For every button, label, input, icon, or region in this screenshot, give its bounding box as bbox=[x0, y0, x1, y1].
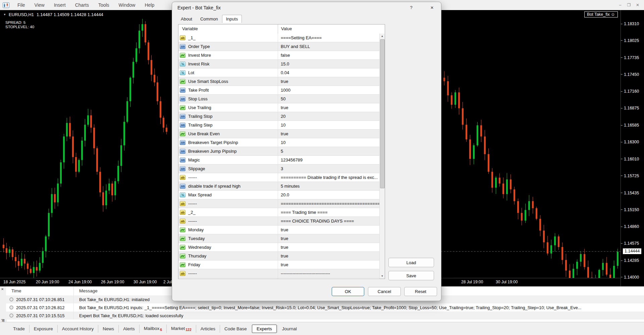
table-row-[interactable]: ab ------ ------------------------------… bbox=[178, 269, 380, 278]
variable-value[interactable]: 15.0 bbox=[278, 61, 380, 66]
table-row-trailing-stop[interactable]: 123 Trailing Stop 20 bbox=[178, 112, 380, 121]
variable-value[interactable]: 3 bbox=[278, 166, 380, 171]
terminal-close-icon[interactable]: ✕ bbox=[1, 287, 4, 291]
table-row-thursday[interactable]: Thursday true bbox=[178, 252, 380, 260]
close-icon[interactable]: ✕ bbox=[428, 4, 436, 11]
reset-button[interactable]: Reset bbox=[404, 287, 437, 296]
load-button[interactable]: Load bbox=[388, 258, 434, 267]
variable-value[interactable]: 10 bbox=[278, 140, 380, 145]
variable-value[interactable]: 123456789 bbox=[278, 157, 380, 162]
table-scrollbar[interactable]: ▲ ▼ bbox=[379, 34, 385, 279]
variable-value[interactable]: true bbox=[278, 245, 380, 250]
variable-value[interactable]: true bbox=[278, 227, 380, 232]
variable-value[interactable]: false bbox=[278, 53, 380, 58]
chevron-down-icon[interactable]: ▼ bbox=[3, 13, 6, 16]
variable-value[interactable]: ====Setting EA==== bbox=[278, 35, 380, 40]
variable-value[interactable]: ========== Disable trading if the spread… bbox=[278, 175, 380, 180]
table-row-invest-more[interactable]: Invest More false bbox=[178, 51, 380, 60]
variable-name: Trailing Stop bbox=[188, 114, 213, 119]
table-row-use-break-even[interactable]: Use Break Even true bbox=[178, 130, 380, 138]
variable-value[interactable]: 0.04 bbox=[278, 70, 380, 75]
variable-value[interactable]: 20 bbox=[278, 114, 380, 119]
variable-value[interactable]: 5 bbox=[278, 149, 380, 154]
scroll-up-icon[interactable]: ▲ bbox=[380, 34, 385, 39]
table-row-breakeven-jump-pipsinp[interactable]: 123 Breakeven Jump PipsInp 5 bbox=[178, 147, 380, 156]
help-icon[interactable]: ? bbox=[408, 4, 415, 11]
table-row-[interactable]: ab ------ ==== CHOICE TRADING DAYS ==== bbox=[178, 217, 380, 226]
table-row-tuesday[interactable]: Tuesday true bbox=[178, 234, 380, 243]
tab-common[interactable]: Common bbox=[196, 15, 222, 23]
table-row-[interactable]: ab ------ ------------------------------… bbox=[178, 278, 380, 279]
table-row-1[interactable]: ab _1_ ====Setting EA==== bbox=[178, 34, 380, 42]
menu-item-help[interactable]: Help bbox=[140, 1, 159, 9]
save-button[interactable]: Save bbox=[388, 271, 434, 280]
variable-value[interactable]: 10 bbox=[278, 123, 380, 128]
table-row-order-type[interactable]: 123 Order Type BUY and SELL bbox=[178, 42, 380, 51]
tab-inputs[interactable]: Inputs bbox=[222, 15, 242, 23]
cancel-button[interactable]: Cancel bbox=[368, 287, 401, 296]
terminal-tab-news[interactable]: News bbox=[98, 325, 118, 333]
scroll-down-icon[interactable]: ▼ bbox=[380, 274, 385, 279]
minimize-button-icon[interactable]: – bbox=[616, 1, 625, 9]
menu-item-file[interactable]: File bbox=[13, 1, 30, 9]
terminal-tab-alerts[interactable]: Alerts bbox=[118, 325, 139, 333]
variable-value[interactable]: BUY and SELL bbox=[278, 44, 380, 49]
table-row-[interactable]: ab ------ ========== Disable trading if … bbox=[178, 173, 380, 182]
tab-about[interactable]: About bbox=[177, 15, 196, 23]
variable-value[interactable]: true bbox=[278, 105, 380, 110]
variable-value[interactable]: ==== CHOICE TRADING DAYS ==== bbox=[278, 219, 380, 224]
variable-value[interactable]: 50 bbox=[278, 96, 380, 101]
terminal-tab-account-history[interactable]: Account History bbox=[57, 325, 98, 333]
table-row-friday[interactable]: Friday true bbox=[178, 260, 380, 269]
menu-item-window[interactable]: Window bbox=[114, 1, 140, 9]
terminal-tab-journal[interactable]: Journal bbox=[277, 325, 301, 333]
variable-value[interactable]: 5 minutes bbox=[278, 184, 380, 189]
menu-item-insert[interactable]: Insert bbox=[49, 1, 70, 9]
variable-value[interactable]: true bbox=[278, 131, 380, 136]
table-row-max-spread[interactable]: ½ Max Spread 20.0 bbox=[178, 191, 380, 199]
ok-button[interactable]: OK bbox=[332, 287, 364, 296]
variable-value[interactable]: true bbox=[278, 262, 380, 267]
table-row-use-trailing[interactable]: Use Trailing true bbox=[178, 103, 380, 112]
variable-value[interactable]: 1000 bbox=[278, 88, 380, 93]
terminal-tab-code-base[interactable]: Code Base bbox=[220, 325, 251, 333]
menu-item-tools[interactable]: Tools bbox=[94, 1, 114, 9]
variable-name: ------ bbox=[188, 271, 197, 276]
table-row-magic[interactable]: 123 Magic 123456789 bbox=[178, 156, 380, 164]
price-tick: 1.17735 bbox=[621, 55, 639, 60]
table-row-[interactable]: ab ------ ==============================… bbox=[178, 199, 380, 208]
variable-value[interactable]: ========================================… bbox=[278, 201, 380, 206]
terminal-tab-experts[interactable]: Experts bbox=[252, 325, 277, 333]
terminal-tab-mailbox[interactable]: Mailbox6 bbox=[139, 325, 166, 333]
table-row-invest-risk[interactable]: ½ Invest Risk 15.0 bbox=[178, 60, 380, 68]
table-row-2[interactable]: ab _2_ ==== Trading time ==== bbox=[178, 208, 380, 217]
table-row-slippage[interactable]: 123 Slippage 3 bbox=[178, 164, 380, 173]
ea-badge[interactable]: Bot Take_fix ☺ bbox=[584, 11, 618, 17]
table-row-trailing-step[interactable]: 123 Trailing Step 10 bbox=[178, 121, 380, 130]
variable-value[interactable]: ---------------------------------- bbox=[278, 271, 380, 276]
table-row-use-smart-stoploss[interactable]: Use Smart StopLoss true bbox=[178, 77, 380, 86]
terminal-tab-market[interactable]: Market122 bbox=[166, 325, 196, 333]
table-row-wednesday[interactable]: Wednesday true bbox=[178, 243, 380, 252]
table-row-breakeven-target-pipsinp[interactable]: 123 Breakeven Target PipsInp 10 bbox=[178, 138, 380, 147]
table-row-lot[interactable]: ½ Lot 0.04 bbox=[178, 68, 380, 77]
variable-value[interactable]: true bbox=[278, 236, 380, 241]
table-row-monday[interactable]: Monday true bbox=[178, 226, 380, 234]
table-row-take-profit[interactable]: 123 Take Profit 1000 bbox=[178, 86, 380, 95]
variable-value[interactable]: true bbox=[278, 253, 380, 258]
inputs-table-header: Variable Value bbox=[178, 25, 385, 34]
scrollbar-thumb[interactable] bbox=[380, 39, 385, 188]
variable-value[interactable]: true bbox=[278, 79, 380, 84]
terminal-tab-trade[interactable]: Trade bbox=[9, 325, 29, 333]
terminal-tab-articles[interactable]: Articles bbox=[196, 325, 220, 333]
close-button-icon[interactable]: ✕ bbox=[633, 1, 642, 9]
table-row-disable-trade-if-spread-high[interactable]: 123 disable trade if spread high 5 minut… bbox=[178, 182, 380, 191]
restore-button-icon[interactable]: ❐ bbox=[625, 1, 633, 9]
table-row-stop-loss[interactable]: 123 Stop Loss 50 bbox=[178, 95, 380, 103]
terminal-tab-exposure[interactable]: Exposure bbox=[29, 325, 57, 333]
main-menu: FileViewInsertChartsToolsWindowHelp bbox=[13, 1, 159, 9]
variable-value[interactable]: ==== Trading time ==== bbox=[278, 210, 380, 215]
menu-item-view[interactable]: View bbox=[30, 1, 49, 9]
menu-item-charts[interactable]: Charts bbox=[70, 1, 94, 9]
variable-value[interactable]: 20.0 bbox=[278, 192, 380, 197]
